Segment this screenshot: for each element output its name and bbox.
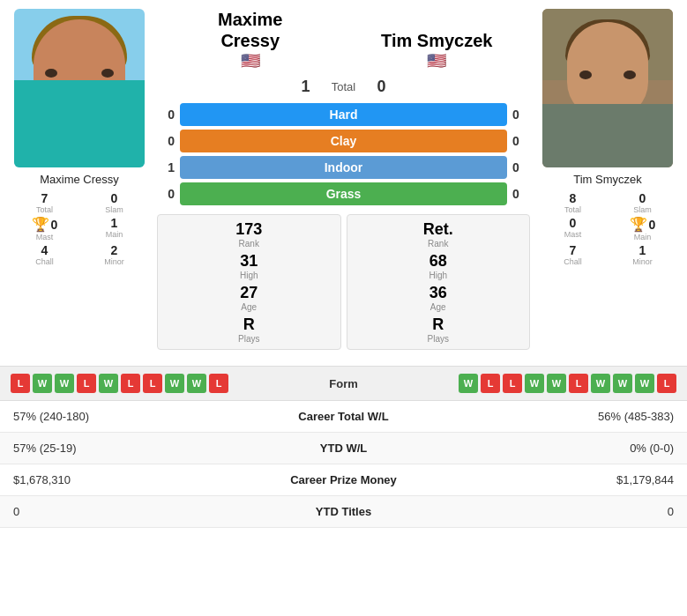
right-minor-val: 1 xyxy=(639,243,646,257)
right-rank-label: Rank xyxy=(428,239,448,249)
surface-left-1: 0 xyxy=(157,134,175,148)
center-block: MaximeCressy 🇺🇸 Tim Smyczek 🇺🇸 1 Total 0… xyxy=(157,9,530,350)
right-mast-cell: 0 Mast xyxy=(541,216,605,241)
comp-right-3: 0 xyxy=(446,496,687,528)
left-player-block: Maxime Cressy 7 Total 0 Slam 🏆 0 Mast xyxy=(9,9,150,350)
main-container: Maxime Cressy 7 Total 0 Slam 🏆 0 Mast xyxy=(0,0,687,528)
badge-left-badges-1: W xyxy=(33,374,52,393)
form-label: Form xyxy=(291,377,397,390)
surface-right-0: 0 xyxy=(512,108,530,122)
badge-left-badges-5: L xyxy=(121,374,140,393)
left-flag: 🇺🇸 xyxy=(157,51,344,71)
badge-left-badges-3: L xyxy=(77,374,96,393)
badge-right-badges-4: W xyxy=(547,374,566,393)
right-chall-val: 7 xyxy=(570,243,577,257)
left-mast-lbl: Mast xyxy=(36,233,54,241)
right-main-lbl: Main xyxy=(634,233,652,241)
left-chall-lbl: Chall xyxy=(35,257,54,266)
surface-row-indoor: 1 Indoor 0 xyxy=(157,156,530,179)
right-age-label: Age xyxy=(430,302,446,312)
right-stats-grid: 8 Total 0 Slam 0 Mast 🏆 0 Main xyxy=(537,191,678,266)
right-main-val: 0 xyxy=(649,218,656,232)
comp-left-2: $1,678,310 xyxy=(0,464,241,496)
right-high-label: High xyxy=(429,271,447,280)
surface-right-3: 0 xyxy=(512,187,530,201)
right-age-value: 36 xyxy=(429,284,447,302)
left-chall-cell: 4 Chall xyxy=(12,243,77,266)
badge-left-badges-8: W xyxy=(187,374,206,393)
comp-right-2: $1,179,844 xyxy=(446,464,687,496)
surface-left-3: 0 xyxy=(157,187,175,201)
left-form-badges: LWWLWLLWWL xyxy=(11,374,291,393)
right-total-cell: 8 Total xyxy=(541,191,605,214)
badge-right-badges-7: W xyxy=(613,374,632,393)
right-slam-val: 0 xyxy=(639,191,646,205)
comparison-row-0: 57% (240-180) Career Total W/L 56% (485-… xyxy=(0,401,687,433)
left-slam-val: 0 xyxy=(111,191,118,205)
left-slam-cell: 0 Slam xyxy=(82,191,146,214)
total-left-score: 1 xyxy=(288,78,310,96)
left-mast-val: 0 xyxy=(51,218,58,232)
badge-left-badges-9: L xyxy=(209,374,228,393)
left-minor-lbl: Minor xyxy=(104,257,124,266)
badge-left-badges-0: L xyxy=(11,374,30,393)
players-section: Maxime Cressy 7 Total 0 Slam 🏆 0 Mast xyxy=(0,0,687,359)
left-total-lbl: Total xyxy=(36,205,53,214)
left-total-cell: 7 Total xyxy=(12,191,77,214)
right-trophy-icon: 🏆 xyxy=(630,216,647,233)
right-form-badges: WLLWWLWWWL xyxy=(397,374,677,393)
right-main-trophy-cell: 🏆 0 Main xyxy=(610,216,675,241)
comp-label-1: YTD W/L xyxy=(241,433,447,464)
right-minor-cell: 1 Minor xyxy=(610,243,675,266)
comparison-row-2: $1,678,310 Career Prize Money $1,179,844 xyxy=(0,464,687,496)
badge-right-badges-6: W xyxy=(591,374,610,393)
right-rank-value: Ret. xyxy=(423,220,453,239)
right-flag: 🇺🇸 xyxy=(344,51,531,71)
badge-left-badges-4: W xyxy=(99,374,118,393)
badge-right-badges-3: W xyxy=(525,374,544,393)
comparison-row-1: 57% (25-19) YTD W/L 0% (0-0) xyxy=(0,433,687,464)
badge-left-badges-7: W xyxy=(165,374,184,393)
comp-right-0: 56% (485-383) xyxy=(446,401,687,433)
comparison-row-3: 0 YTD Titles 0 xyxy=(0,496,687,528)
comp-left-3: 0 xyxy=(0,496,241,528)
right-plays-value: R xyxy=(432,315,444,334)
right-slam-lbl: Slam xyxy=(633,205,652,214)
left-main-val: 1 xyxy=(111,216,118,230)
surface-btn-clay[interactable]: Clay xyxy=(180,130,507,152)
right-plays-label: Plays xyxy=(428,334,449,344)
center-right-name: Tim Smyczek xyxy=(344,30,531,51)
surface-right-1: 0 xyxy=(512,134,530,148)
right-chall-cell: 7 Chall xyxy=(541,243,605,266)
total-right-score: 0 xyxy=(377,78,400,96)
surface-rows: 0 Hard 0 0 Clay 0 1 Indoor 0 0 Grass 0 xyxy=(157,100,530,209)
left-plays-label: Plays xyxy=(238,334,259,344)
total-label: Total xyxy=(317,80,370,93)
left-total-val: 7 xyxy=(41,191,49,205)
left-slam-lbl: Slam xyxy=(105,205,123,214)
right-total-val: 8 xyxy=(570,191,577,205)
badge-left-badges-6: L xyxy=(143,374,162,393)
comp-left-0: 57% (240-180) xyxy=(0,401,241,433)
left-minor-val: 2 xyxy=(111,243,118,257)
badge-right-badges-9: L xyxy=(657,374,676,393)
left-high-label: High xyxy=(240,271,258,280)
left-player-name: Maxime Cressy xyxy=(40,173,119,186)
right-minor-lbl: Minor xyxy=(632,257,653,266)
right-mast-val: 0 xyxy=(570,216,577,230)
badge-right-badges-0: W xyxy=(459,374,478,393)
left-main-lbl: Main xyxy=(106,230,123,239)
right-total-lbl: Total xyxy=(564,205,581,214)
comp-label-3: YTD Titles xyxy=(241,496,447,528)
left-mast-cell: 🏆 0 Mast xyxy=(12,216,77,241)
left-minor-cell: 2 Minor xyxy=(82,243,146,266)
surface-btn-indoor[interactable]: Indoor xyxy=(180,156,507,179)
badge-right-badges-8: W xyxy=(635,374,654,393)
left-trophy-icon: 🏆 xyxy=(32,216,49,233)
surface-btn-grass[interactable]: Grass xyxy=(180,182,507,205)
center-left-name: MaximeCressy xyxy=(157,9,344,51)
surface-btn-hard[interactable]: Hard xyxy=(180,103,507,126)
right-chall-lbl: Chall xyxy=(564,257,582,266)
badge-right-badges-2: L xyxy=(503,374,522,393)
right-player-block: Tim Smyczek 8 Total 0 Slam 0 Mast 🏆 xyxy=(537,9,678,350)
